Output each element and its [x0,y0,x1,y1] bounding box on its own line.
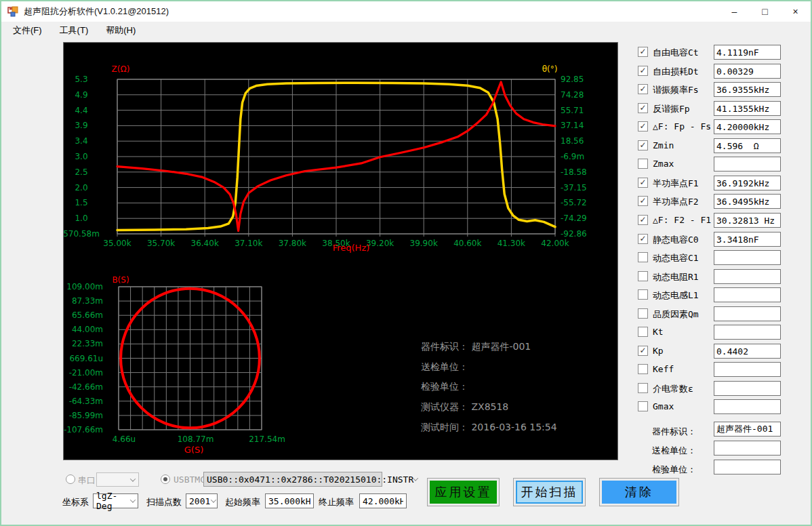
svg-text:Z(Ω): Z(Ω) [112,64,130,74]
svg-text:35.70k: 35.70k [147,239,175,248]
inspect-unit-label: 检验单位： [638,464,696,476]
menu-tools[interactable]: 工具(T) [51,22,98,39]
window-title: 超声阻抗分析软件(V1.0.21@201512) [24,5,169,18]
param-value-field[interactable] [714,250,781,265]
param-label: △F: F2 - F1 [653,215,711,225]
param-value-field[interactable] [714,138,781,153]
coord-system-combo[interactable]: lgZ-Deg [93,493,138,508]
menu-help[interactable]: 帮助(H) [97,22,144,39]
param-checkbox[interactable] [638,364,648,374]
param-checkbox[interactable] [638,401,648,411]
param-checkbox[interactable]: ✓ [638,215,648,225]
param-value-field[interactable] [714,194,781,209]
svg-text:37.10k: 37.10k [235,239,262,248]
param-checkbox[interactable]: ✓ [638,346,648,356]
svg-text:G(S): G(S) [184,445,203,455]
param-checkbox[interactable]: ✓ [638,121,648,132]
start-freq-field[interactable] [265,493,314,508]
param-label: Kp [653,346,664,356]
svg-text:108.77m: 108.77m [178,434,214,444]
param-checkbox[interactable]: ✓ [638,234,648,244]
param-checkbox[interactable]: ✓ [638,103,648,113]
param-label: 自由电容Ct [653,47,699,59]
svg-text:3.9: 3.9 [75,121,87,130]
sender-unit-label: 送检单位： [638,445,696,457]
svg-text:40.60k: 40.60k [453,239,481,248]
param-value-field[interactable] [714,176,781,190]
param-checkbox[interactable]: ✓ [638,140,648,150]
param-checkbox[interactable] [638,308,648,319]
param-value-field[interactable] [714,287,781,302]
start-scan-button[interactable]: 开始扫描 [513,478,586,506]
param-value-field[interactable] [714,82,781,97]
svg-text:22.33m: 22.33m [72,339,103,348]
param-value-field[interactable] [714,306,781,321]
apply-settings-button[interactable]: 应用设置 [427,478,500,506]
svg-text:42.00k: 42.00k [541,239,569,248]
param-checkbox[interactable] [638,289,648,300]
svg-text:4.4: 4.4 [75,106,87,115]
serial-radio-label: 串口 [78,474,96,487]
sweep-points-combo[interactable]: 2001 [186,493,218,508]
param-value-field[interactable] [714,213,781,228]
param-checkbox[interactable] [638,252,648,262]
param-value-field[interactable] [714,64,781,79]
param-checkbox[interactable]: ✓ [638,178,648,188]
serial-port-combo[interactable] [96,472,139,487]
param-value-field[interactable] [714,101,781,116]
param-checkbox[interactable]: ✓ [638,84,648,94]
minimize-button[interactable]: – [719,1,750,22]
svg-text:4.9: 4.9 [75,90,87,100]
usbtmc-radio[interactable] [161,474,170,484]
svg-text:87.33m: 87.33m [72,296,103,306]
svg-text:37.14: 37.14 [561,121,584,130]
serial-radio[interactable] [66,474,75,484]
svg-text:74.28: 74.28 [561,90,584,100]
svg-text:39.20k: 39.20k [366,239,394,248]
param-value-field[interactable] [714,344,781,359]
param-value-field[interactable] [714,399,781,414]
svg-text:55.71: 55.71 [561,106,584,115]
usb-address-combo[interactable]: USB0::0x0471::0x2786::T020215010::INSTR [203,472,382,487]
inspect-unit-field[interactable] [714,460,781,474]
param-checkbox[interactable]: ✓ [638,47,648,57]
start-freq-label: 起始频率 [225,496,260,508]
svg-text:-6.9m: -6.9m [561,152,584,161]
svg-text:4.66u: 4.66u [113,434,136,444]
clear-button[interactable]: 清除 [599,478,679,506]
menu-file[interactable]: 文件(F) [4,22,51,39]
svg-text:35.00k: 35.00k [103,239,131,248]
param-value-field[interactable] [714,381,781,396]
param-value-field[interactable] [714,232,781,247]
close-button[interactable]: × [780,1,811,22]
param-label: △F: Fp - Fs [653,121,711,132]
param-value-field[interactable] [714,269,781,284]
svg-text:2.5: 2.5 [75,167,87,177]
chevron-down-icon [127,473,138,486]
param-label: Kt [653,327,664,337]
maximize-button[interactable]: □ [750,1,780,22]
param-checkbox[interactable]: ✓ [638,196,648,206]
param-value-field[interactable] [714,157,781,171]
param-label: 动态电容C1 [653,252,699,264]
param-value-field[interactable] [714,325,781,340]
param-value-field[interactable] [714,362,781,377]
param-label: 半功率点F1 [653,178,699,190]
param-checkbox[interactable] [638,271,648,281]
param-checkbox[interactable]: ✓ [638,66,648,76]
sender-unit-field[interactable] [714,441,781,456]
svg-text:检验单位：: 检验单位： [421,381,468,392]
param-checkbox[interactable] [638,159,648,169]
param-value-field[interactable] [714,119,781,134]
param-checkbox[interactable] [638,327,648,337]
sweep-points-value: 2001 [189,496,210,506]
svg-text:器件标识： 超声器件-001: 器件标识： 超声器件-001 [421,341,531,352]
svg-text:92.85: 92.85 [561,75,584,84]
stop-freq-field[interactable] [359,493,407,508]
svg-text:送检单位：: 送检单位： [421,361,468,372]
device-id-field[interactable] [714,422,781,437]
app-window: 超声阻抗分析软件(V1.0.21@201512) – □ × 文件(F) 工具(… [0,0,812,526]
svg-text:-64.33m: -64.33m [69,397,103,406]
param-value-field[interactable] [714,45,781,60]
param-checkbox[interactable] [638,383,648,393]
